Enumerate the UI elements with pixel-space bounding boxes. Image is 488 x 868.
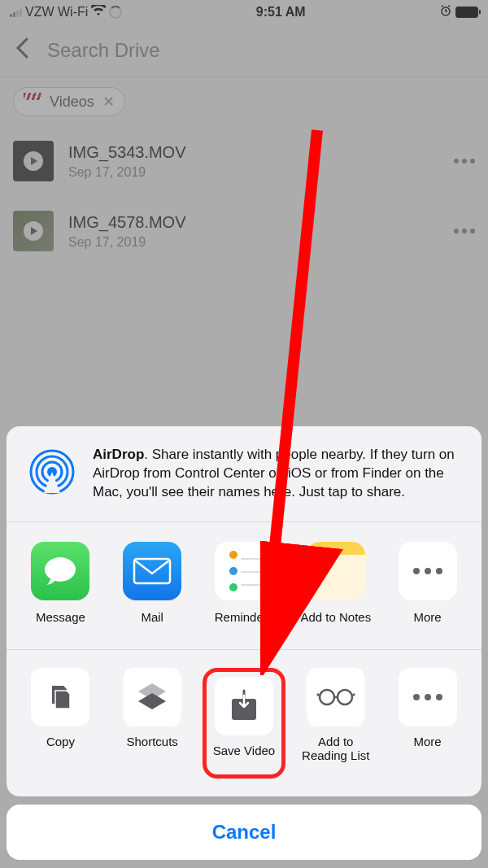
copy-icon xyxy=(31,668,89,726)
share-app-message[interactable]: Message xyxy=(19,542,102,636)
action-more[interactable]: More xyxy=(386,668,469,779)
share-apps-row: Message Mail Reminders Add to Notes More xyxy=(7,522,481,649)
mail-icon xyxy=(123,542,181,600)
save-video-icon xyxy=(215,677,273,735)
share-app-mail[interactable]: Mail xyxy=(111,542,194,636)
message-icon xyxy=(31,542,89,600)
airdrop-description: AirDrop. Share instantly with people nea… xyxy=(93,446,462,502)
notes-icon xyxy=(307,542,365,600)
svg-point-8 xyxy=(320,690,334,704)
svg-point-5 xyxy=(45,557,76,582)
reading-list-icon xyxy=(307,668,365,726)
action-save-video[interactable]: Save Video xyxy=(203,668,285,779)
airdrop-icon xyxy=(26,446,78,502)
share-app-notes[interactable]: Add to Notes xyxy=(294,542,377,636)
share-app-more[interactable]: More xyxy=(386,542,469,636)
svg-point-9 xyxy=(338,690,352,704)
more-icon xyxy=(399,668,457,726)
shortcuts-icon xyxy=(123,668,181,726)
reminders-icon xyxy=(215,542,273,600)
actions-row: Copy Shortcuts Save Video Add to Reading… xyxy=(7,650,481,796)
cancel-button[interactable]: Cancel xyxy=(7,805,481,860)
action-shortcuts[interactable]: Shortcuts xyxy=(111,668,194,779)
share-sheet: AirDrop. Share instantly with people nea… xyxy=(7,426,481,860)
airdrop-section[interactable]: AirDrop. Share instantly with people nea… xyxy=(7,426,481,521)
share-app-reminders[interactable]: Reminders xyxy=(203,542,285,636)
action-copy[interactable]: Copy xyxy=(19,668,102,779)
more-icon xyxy=(399,542,457,600)
action-reading-list[interactable]: Add to Reading List xyxy=(294,668,377,779)
svg-rect-6 xyxy=(134,559,170,583)
